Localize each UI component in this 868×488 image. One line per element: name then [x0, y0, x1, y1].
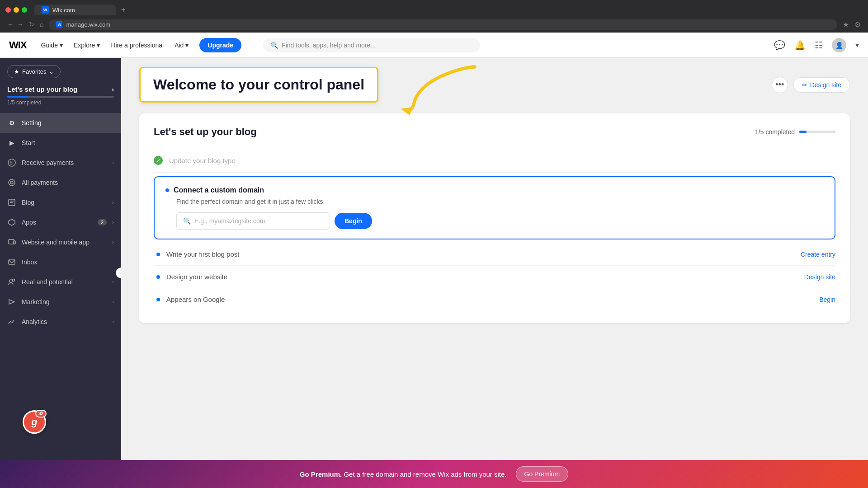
sidebar-label-website-mobile: Website and mobile app: [22, 239, 107, 246]
grid-icon[interactable]: ☷: [815, 40, 823, 51]
chat-icon[interactable]: 💬: [774, 40, 785, 51]
task-appears-google: Appears on Google Begin: [154, 288, 835, 310]
sidebar-nav: ⚙ Setting ▶ Start $ Receive payments › A…: [0, 113, 121, 461]
more-options-button[interactable]: •••: [772, 77, 788, 93]
task-dot-pending-2: [156, 275, 160, 279]
upgrade-button[interactable]: Upgrade: [199, 38, 241, 52]
page-header-area: Welcome to your control panel ••• ✏ Desi…: [121, 58, 868, 103]
browser-dot-red[interactable]: [5, 7, 11, 13]
nav-forward-button[interactable]: →: [17, 21, 24, 28]
wix-topnav: WIX Guide ▾ Explore ▾ Hire a professiona…: [0, 33, 868, 58]
sidebar-item-start[interactable]: ▶ Start: [0, 133, 121, 153]
tab-plus-button[interactable]: +: [121, 6, 125, 14]
sidebar-label-setting: Setting: [22, 119, 114, 127]
arrow-annotation: [392, 62, 483, 118]
go-premium-button[interactable]: Go Premium: [516, 466, 569, 482]
search-icon: 🔍: [270, 42, 278, 49]
svg-marker-7: [9, 219, 15, 225]
g-notification-badge[interactable]: g 32: [23, 410, 46, 434]
sidebar-label-start: Start: [22, 139, 114, 146]
browser-star-icon[interactable]: ★: [843, 20, 849, 29]
design-site-link[interactable]: Design site: [804, 273, 835, 281]
favorites-chevron-icon: ⌄: [49, 68, 54, 75]
home-button[interactable]: ⌂: [40, 21, 43, 28]
guide-chevron-icon: ▾: [60, 42, 63, 49]
analytics-icon: [7, 317, 16, 326]
address-bar[interactable]: W manage.wix.com: [49, 19, 837, 30]
design-site-button[interactable]: ✏ Design site: [793, 77, 850, 93]
setting-icon: ⚙: [7, 118, 16, 127]
sidebar-item-receive-payments[interactable]: $ Receive payments ›: [0, 153, 121, 173]
svg-marker-13: [9, 300, 14, 304]
nav-back-button[interactable]: ←: [7, 21, 14, 28]
start-icon: ▶: [7, 138, 16, 147]
domain-input-placeholder: E.g., myamazingsite.com: [194, 217, 265, 225]
task-update-type: ✓ Update your blog type: [154, 149, 835, 173]
svg-point-11: [9, 280, 12, 282]
blog-progress-text: 1/5 completed: [755, 128, 795, 136]
sidebar-item-blog[interactable]: Blog ›: [0, 192, 121, 212]
sidebar-item-apps[interactable]: Apps 2 ›: [0, 212, 121, 232]
sidebar-item-inbox[interactable]: Inbox: [0, 252, 121, 272]
topnav-hire[interactable]: Hire a professional: [111, 42, 164, 49]
sidebar-label-all-payments: All payments: [22, 179, 114, 186]
apps-arrow-icon: ›: [112, 219, 114, 225]
sidebar-item-setting[interactable]: ⚙ Setting: [0, 113, 121, 133]
browser-dot-green[interactable]: [22, 7, 27, 13]
favorites-button[interactable]: ★ Favorites ⌄: [7, 65, 61, 78]
browser-tab[interactable]: W Wix.com: [34, 5, 116, 15]
receive-payments-icon: $: [7, 158, 16, 167]
welcome-banner: Welcome to your control panel: [139, 67, 378, 103]
svg-marker-14: [401, 107, 413, 115]
setup-section[interactable]: Let's set up your blog › 1/5 completed: [0, 82, 121, 113]
real-potential-icon: [7, 277, 16, 286]
svg-rect-8: [9, 239, 14, 244]
begin-button[interactable]: Begin: [335, 213, 372, 229]
website-mobile-icon: [7, 238, 16, 247]
bell-icon[interactable]: 🔔: [794, 40, 806, 51]
sidebar-label-inbox: Inbox: [22, 258, 114, 266]
sidebar-label-blog: Blog: [22, 199, 107, 206]
sidebar-item-real-potential[interactable]: Real and potential ›: [0, 272, 121, 292]
task-first-post: Write your first blog post Create entry: [154, 243, 835, 266]
browser-dot-yellow[interactable]: [14, 7, 19, 13]
sidebar-label-real-potential: Real and potential: [22, 278, 107, 286]
appears-google-begin-link[interactable]: Begin: [819, 296, 835, 303]
topnav-chevron-icon[interactable]: ▾: [855, 41, 859, 49]
refresh-button[interactable]: ↻: [29, 21, 34, 28]
user-avatar[interactable]: 👤: [832, 38, 846, 52]
create-entry-link[interactable]: Create entry: [801, 251, 835, 258]
topnav-explore[interactable]: Explore ▾: [74, 42, 100, 49]
sidebar-item-website-mobile[interactable]: Website and mobile app ›: [0, 232, 121, 252]
design-icon: ✏: [802, 81, 807, 89]
premium-bold-text: Go Premium.: [300, 470, 342, 478]
task-dot-active: [165, 188, 169, 192]
domain-description: Find the perfect domain and get it in ju…: [176, 198, 824, 205]
wix-logo: WIX: [9, 39, 27, 51]
address-favicon: W: [56, 21, 62, 28]
all-payments-icon: [7, 178, 16, 187]
website-mobile-arrow-icon: ›: [112, 239, 114, 245]
sidebar-item-all-payments[interactable]: All payments: [0, 173, 121, 192]
browser-settings-icon[interactable]: ⚙: [854, 20, 861, 29]
sidebar-item-analytics[interactable]: Analytics ›: [0, 312, 121, 332]
topnav-guide[interactable]: Guide ▾: [41, 42, 63, 49]
topnav-aid[interactable]: Aid ▾: [175, 42, 189, 49]
analytics-arrow-icon: ›: [112, 319, 114, 325]
explore-chevron-icon: ▾: [97, 42, 100, 49]
svg-point-3: [10, 181, 13, 184]
tab-favicon: W: [42, 6, 49, 14]
sidebar-item-marketing[interactable]: Marketing ›: [0, 292, 121, 312]
search-bar[interactable]: 🔍 Find tools, apps, help and more...: [263, 38, 480, 52]
apps-icon: [7, 218, 16, 227]
domain-search-input[interactable]: 🔍 E.g., myamazingsite.com: [176, 212, 330, 230]
star-icon: ★: [14, 68, 19, 75]
sidebar: ‹ ★ Favorites ⌄ Let's set up your blog ›…: [0, 58, 121, 488]
browser-chrome: W Wix.com + ← → ↻ ⌂ W manage.wix.com ★ ⚙: [0, 0, 868, 33]
main-content: Welcome to your control panel ••• ✏ Desi…: [121, 58, 868, 488]
svg-text:$: $: [10, 160, 13, 165]
setup-title-label: Let's set up your blog: [7, 85, 77, 93]
real-potential-arrow-icon: ›: [112, 279, 114, 285]
task-dot-pending-3: [156, 298, 160, 301]
page-title: Welcome to your control panel: [153, 76, 364, 93]
